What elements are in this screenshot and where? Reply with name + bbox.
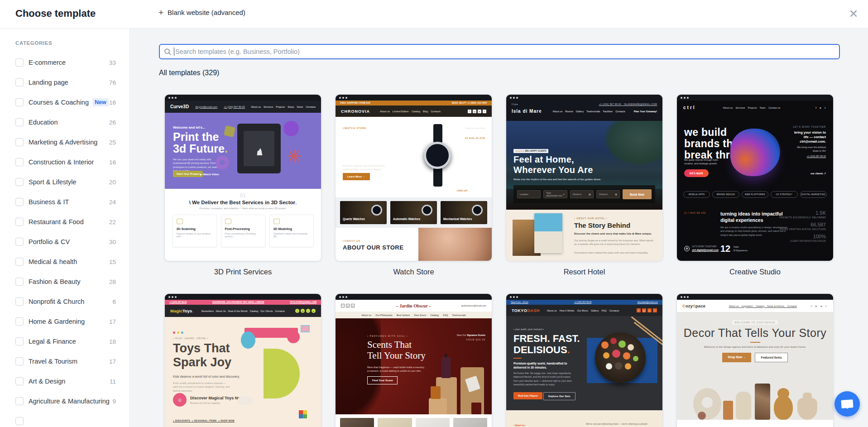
mini-hero: • your sushi, your moment • FRESH. FAST.…: [506, 316, 662, 410]
checkbox[interactable]: [15, 158, 24, 166]
browser-chrome: [506, 95, 662, 101]
mini-button: Explore Our Sets: [543, 392, 575, 400]
mini-section: ABOUT US: [677, 420, 833, 427]
sidebar-item-marketing[interactable]: Marketing & Advertising25: [15, 138, 116, 147]
mini-nav: About us Inspiration Catalog News & Arti…: [729, 305, 797, 307]
checkbox[interactable]: [15, 58, 24, 67]
sidebar-item-agriculture[interactable]: Agriculture & Manufacturing9: [15, 397, 116, 406]
model-icon: [273, 219, 280, 224]
browser-chrome: [165, 294, 321, 300]
checkbox[interactable]: [15, 118, 24, 126]
pink-circle: [287, 331, 300, 343]
gallery-photo: [416, 418, 450, 427]
mini-header: f t ◎ ▸ +1 (234) 567 89 00 ISLADEMARE@EM…: [506, 101, 662, 121]
mini-section: • about us • MODERN TASTE. We're not jus…: [506, 410, 662, 427]
mini-section: //ABOUT US ABOUT OUR STORE: [336, 228, 492, 261]
mini-section: 01 \ We Deliver the Best Services in 3D …: [165, 189, 321, 261]
category-tile: Automatic Watches: [390, 201, 437, 224]
cloud-shape: [237, 397, 253, 405]
mini-header: TOKYODASH About us How It Works Our Menu…: [506, 305, 662, 316]
checkbox[interactable]: [15, 317, 24, 326]
template-thumbnail[interactable]: f t ◎ ▸ +1 (234) 567 89 00 ISLADEMARE@EM…: [506, 94, 663, 261]
tag-pill: BRAND DESIGN: [712, 191, 739, 198]
mini-button: let's work: [684, 169, 709, 177]
mini-hero: Welcome and let's... Print the 3d Future…: [165, 113, 321, 189]
template-thumbnail[interactable]: +1 (234) 567 89 00 SHOWROOM: 1234 PAVEME…: [164, 293, 321, 427]
watch-illustration: [424, 142, 451, 169]
chat-widget-button[interactable]: [834, 391, 860, 417]
checkbox[interactable]: [15, 258, 24, 266]
sidebar-item-legal-finance[interactable]: Legal & Finance18: [15, 337, 116, 346]
sidebar-item-nonprofit[interactable]: Nonprofit & Church6: [15, 297, 116, 306]
sidebar-item-partial[interactable]: [15, 417, 116, 426]
template-thumbnail[interactable]: f◎▸ – Jardin Obscur – jardinobscur@email…: [335, 293, 492, 427]
sidebar-item-business-it[interactable]: Business & IT24: [15, 197, 116, 206]
plus-icon: +: [158, 8, 163, 17]
checkbox[interactable]: [15, 78, 24, 86]
checkbox[interactable]: [15, 238, 24, 246]
template-card-resort-hotel: f t ◎ ▸ +1 (234) 567 89 00 ISLADEMARE@EM…: [506, 94, 663, 276]
sidebar-item-landing-page[interactable]: Landing page76: [15, 78, 116, 87]
template-thumbnail[interactable]: Curve3D 3d.print@email.com +1 (234) 567 …: [164, 94, 321, 261]
balloon-shape: [241, 331, 255, 349]
checkbox[interactable]: [15, 397, 24, 405]
checkbox[interactable]: [15, 278, 24, 286]
template-name: Resort Hotel: [506, 268, 663, 276]
checkbox[interactable]: [15, 198, 24, 206]
template-card-creative-studio: ctrl About us Services Projects Team Con…: [676, 94, 834, 276]
mini-header: CHRONOVIA About us Limited Edition Catal…: [336, 106, 492, 117]
browser-chrome: [336, 95, 492, 101]
gallery-strip: [336, 414, 492, 427]
close-icon[interactable]: ✕: [847, 7, 860, 20]
sidebar-item-sport[interactable]: Sport & Lifestyle20: [15, 178, 116, 187]
mini-header: Curve3D 3d.print@email.com +1 (234) 567 …: [165, 101, 321, 113]
social-icons: f◎▸t: [468, 110, 486, 113]
mini-button: Learn More →: [343, 173, 370, 180]
checkbox[interactable]: [15, 297, 24, 306]
blank-website-button[interactable]: + Blank website (advanced): [158, 8, 245, 17]
spiky-shape: ✳: [286, 147, 302, 166]
template-thumbnail[interactable]: ctrl About us Services Projects Team Con…: [676, 94, 834, 261]
template-thumbnail[interactable]: CozySpace About us Inspiration Catalog N…: [676, 293, 834, 427]
checkbox[interactable]: [15, 218, 24, 226]
search-input[interactable]: [159, 44, 840, 59]
sidebar-item-art-design[interactable]: Art & Design11: [15, 377, 116, 386]
guests-dropdown: Type placeholder text▾: [543, 190, 567, 198]
feature-card: 3D ScanningCapture details of your produ…: [173, 215, 217, 247]
portrait-photo: [418, 228, 492, 261]
browser-chrome: [677, 95, 833, 101]
sidebar-item-fashion[interactable]: Fashion & Beauty28: [15, 277, 116, 286]
tag-pill: UX STRATEGY: [771, 191, 797, 198]
checkbox[interactable]: [15, 417, 24, 425]
template-name: Creative Studio: [676, 268, 834, 276]
checkbox[interactable]: [15, 337, 24, 345]
sidebar-item-portfolio[interactable]: Portfolio & CV30: [15, 237, 116, 246]
checkbox[interactable]: [15, 377, 24, 385]
sidebar-item-education[interactable]: Education26: [15, 118, 116, 127]
social-icons: f ◎ ▸ t: [810, 304, 828, 307]
sidebar-item-travel[interactable]: Travel & Tourism17: [15, 357, 116, 366]
template-card-watch-store: FREE SHIPPING FROM $20NEED HELP? +1 (800…: [335, 94, 492, 276]
mini-nav: About us Our Philosophy Best Sellers New…: [336, 312, 492, 318]
mini-topbar: FREE SHIPPING FROM $20NEED HELP? +1 (800…: [336, 101, 492, 106]
cube-shape: [224, 125, 235, 137]
sidebar-item-construction[interactable]: Construction & Interior16: [15, 158, 116, 167]
templates-main: All templates (329) Curve3D 3d.print@ema…: [130, 29, 868, 427]
accent-divider: [513, 358, 522, 359]
blank-website-label: Blank website (advanced): [168, 9, 245, 16]
checkbox[interactable]: [15, 138, 24, 146]
sidebar-item-home-gardening[interactable]: Home & Gardening17: [15, 317, 116, 326]
checkbox[interactable]: [15, 98, 24, 106]
gourd-vase: [774, 395, 793, 420]
checkbox[interactable]: [15, 178, 24, 186]
template-card-3d-print: Curve3D 3d.print@email.com +1 (234) 567 …: [164, 94, 321, 276]
gift-box: [301, 325, 310, 332]
sidebar-item-medical[interactable]: Medical & health15: [15, 257, 116, 266]
template-thumbnail[interactable]: FREE SHIPPING FROM $20NEED HELP? +1 (800…: [335, 94, 492, 261]
sidebar-item-courses-coaching[interactable]: Courses & CoachingNew16: [15, 98, 116, 107]
sidebar-item-ecommerce[interactable]: E-commerce33: [15, 58, 116, 67]
sidebar-item-restaurant[interactable]: Restaurant & Food22: [15, 217, 116, 226]
checkbox[interactable]: [15, 357, 24, 365]
template-thumbnail[interactable]: Open 8 am - 10 pm +1 (234) 567 89 00 tok…: [506, 293, 663, 427]
new-badge: New: [92, 98, 109, 106]
